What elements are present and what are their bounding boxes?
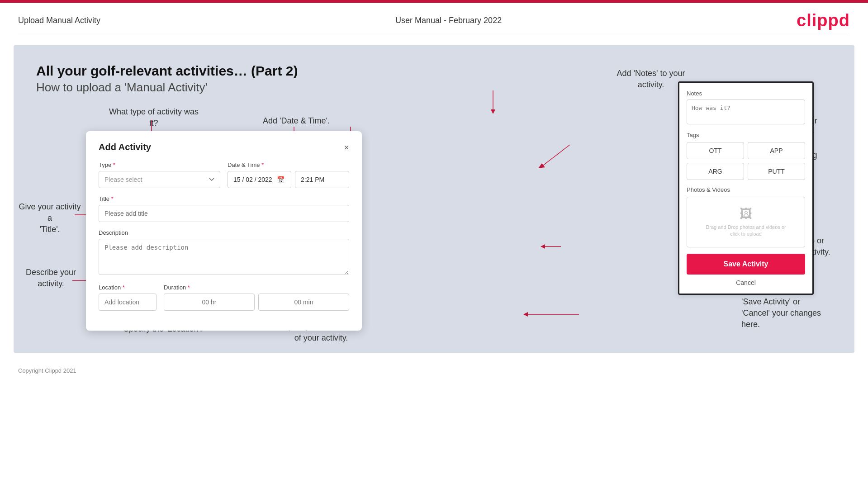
datetime-label: Date & Time * [228, 161, 349, 168]
photos-label: Photos & Videos [687, 186, 805, 193]
duration-min-input[interactable] [258, 294, 349, 311]
location-input[interactable] [99, 294, 157, 311]
description-textarea[interactable] [99, 239, 349, 275]
page-title: Upload Manual Activity [18, 16, 100, 25]
add-activity-modal: Add Activity × Type * Please select Date… [86, 131, 362, 331]
type-datetime-row: Type * Please select Date & Time * 15 / … [99, 161, 349, 188]
phone-panel: Notes Tags OTT APP ARG PUTT Photos & Vid… [678, 81, 814, 295]
header-divider [18, 36, 850, 36]
copyright-text: Copyright Clippd 2021 [18, 367, 76, 374]
modal-header: Add Activity × [99, 142, 349, 152]
duration-label: Duration * [164, 284, 349, 291]
cancel-link[interactable]: Cancel [687, 279, 805, 286]
tag-putt[interactable]: PUTT [748, 163, 805, 180]
tag-ott[interactable]: OTT [687, 142, 744, 159]
modal-title: Add Activity [99, 142, 151, 152]
annotation-describe: Describe your activity. [16, 267, 86, 289]
location-label: Location * [99, 284, 157, 291]
manual-title: User Manual - February 2022 [395, 16, 502, 25]
svg-marker-21 [523, 312, 528, 317]
svg-line-16 [541, 145, 570, 167]
duration-group: Duration * [164, 284, 349, 311]
annotation-title: Give your activity a 'Title'. [16, 201, 84, 236]
title-input[interactable] [99, 205, 349, 222]
time-input[interactable]: 2:21 PM [295, 171, 349, 188]
photo-icon: 🖼 [692, 206, 800, 221]
description-row: Description [99, 229, 349, 277]
logo: clippd [797, 11, 850, 30]
footer: Copyright Clippd 2021 [0, 362, 868, 379]
section-title: All your golf-relevant activities… (Part… [36, 63, 832, 79]
svg-marker-15 [491, 109, 495, 114]
svg-marker-19 [541, 244, 545, 249]
description-group: Description [99, 229, 349, 277]
tag-app[interactable]: APP [748, 142, 805, 159]
drop-text: Drag and Drop photos and videos or click… [692, 224, 800, 238]
title-field-label: Title * [99, 195, 349, 202]
title-group: Title * [99, 195, 349, 222]
header: Upload Manual Activity User Manual - Feb… [0, 3, 868, 36]
annotation-date-time: Add 'Date & Time'. [253, 115, 339, 127]
calendar-icon: 📅 [277, 176, 285, 183]
type-select[interactable]: Please select [99, 171, 220, 188]
datetime-group: Date & Time * 15 / 02 / 2022 📅 2:21 PM [228, 161, 349, 188]
type-label: Type * [99, 161, 220, 168]
location-group: Location * [99, 284, 157, 311]
photos-drop-zone[interactable]: 🖼 Drag and Drop photos and videos or cli… [687, 197, 805, 247]
title-row: Title * [99, 195, 349, 222]
tags-grid: OTT APP ARG PUTT [687, 142, 805, 180]
modal-close-button[interactable]: × [344, 143, 349, 152]
main-content: All your golf-relevant activities… (Part… [14, 45, 854, 353]
tags-label: Tags [687, 132, 805, 138]
notes-textarea[interactable] [687, 99, 805, 124]
location-duration-row: Location * Duration * [99, 284, 349, 311]
tag-arg[interactable]: ARG [687, 163, 744, 180]
annotation-save: 'Save Activity' or 'Cancel' your changes… [741, 296, 854, 331]
duration-inputs [164, 294, 349, 311]
svg-marker-17 [538, 163, 545, 168]
type-group: Type * Please select [99, 161, 220, 188]
date-time-inputs: 15 / 02 / 2022 📅 2:21 PM [228, 171, 349, 188]
date-input[interactable]: 15 / 02 / 2022 📅 [228, 171, 291, 188]
description-label: Description [99, 229, 349, 236]
notes-label: Notes [687, 90, 805, 97]
save-activity-button[interactable]: Save Activity [687, 254, 805, 275]
duration-hr-input[interactable] [164, 294, 255, 311]
